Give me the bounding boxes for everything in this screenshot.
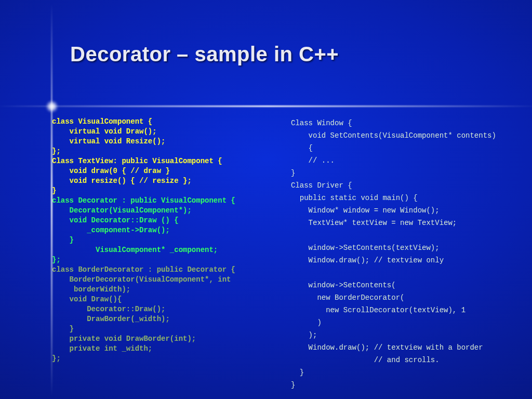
slide-title: Decorator – sample in C++ <box>70 43 339 66</box>
code-left-column: class VisualComponent { virtual void Dra… <box>52 117 275 394</box>
code-block-decorator: class Decorator : public VisualComponent… <box>52 196 235 264</box>
code-right-column: Class Window { void SetContents(VisualCo… <box>291 117 522 394</box>
code-block-visualcomponent: class VisualComponent { virtual void Dra… <box>52 117 222 195</box>
code-block-driver: Class Window { void SetContents(VisualCo… <box>291 119 496 389</box>
code-block-borderdecorator: class BorderDecorator : public Decorator… <box>52 265 235 363</box>
code-columns: class VisualComponent { virtual void Dra… <box>52 117 522 394</box>
decorative-star-core <box>46 100 58 113</box>
